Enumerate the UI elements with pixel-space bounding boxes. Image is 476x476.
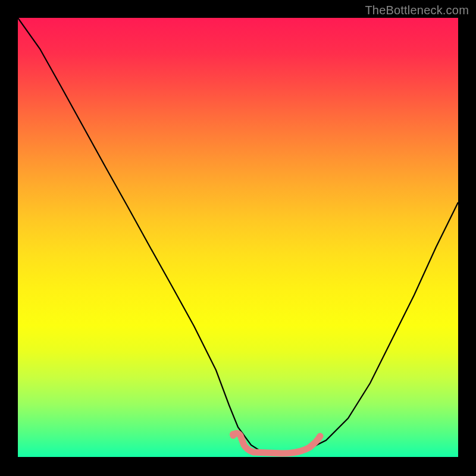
- optimal-range-marker: [233, 433, 320, 453]
- marker-dot-left: [230, 431, 237, 438]
- marker-dot-right: [317, 433, 323, 439]
- attribution-text: TheBottleneck.com: [365, 4, 469, 17]
- bottleneck-curve-line: [18, 18, 458, 453]
- chart-overlay: [18, 18, 458, 458]
- chart-frame: [18, 18, 458, 458]
